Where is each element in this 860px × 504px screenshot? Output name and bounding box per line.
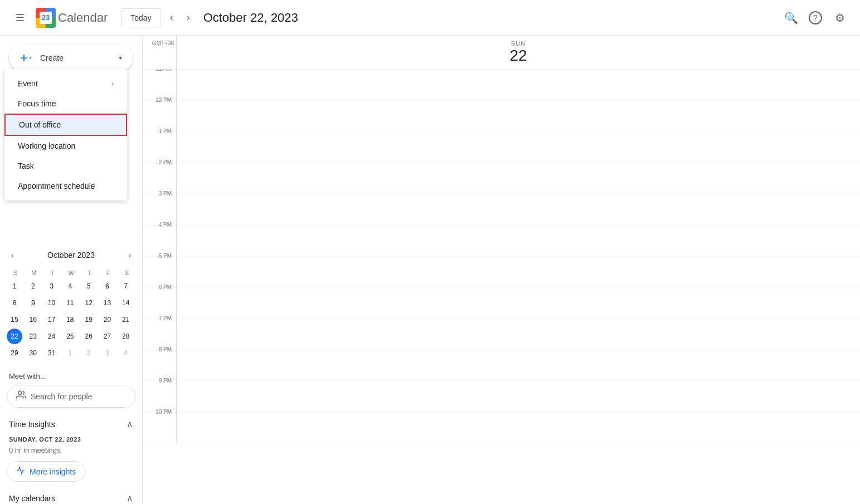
timezone-label: GMT+08 bbox=[143, 36, 176, 69]
cal-day-29[interactable]: 29 bbox=[7, 345, 22, 361]
cal-day-10[interactable]: 10 bbox=[44, 295, 60, 311]
more-insights-button[interactable]: More insights bbox=[7, 461, 85, 482]
menu-item-focus-time[interactable]: Focus time bbox=[4, 94, 127, 114]
next-button[interactable]: › bbox=[182, 7, 195, 28]
time-insights-header[interactable]: Time Insights ∧ bbox=[0, 414, 142, 434]
current-date: October 22, 2023 bbox=[203, 11, 298, 25]
time-label-1pm: 1 PM bbox=[143, 128, 176, 163]
time-cell-6pm[interactable] bbox=[176, 288, 860, 319]
logo-number: 23 bbox=[40, 12, 52, 24]
time-cell-7pm[interactable] bbox=[176, 319, 860, 350]
cal-day-16[interactable]: 16 bbox=[25, 312, 41, 327]
cal-day-22-today[interactable]: 22 bbox=[7, 329, 22, 344]
cal-day-19[interactable]: 19 bbox=[81, 312, 96, 327]
cal-day-7[interactable]: 7 bbox=[118, 278, 134, 294]
time-row-10pm: 10 PM bbox=[143, 413, 860, 444]
time-cell-1pm[interactable] bbox=[176, 132, 860, 163]
cal-day-24[interactable]: 24 bbox=[44, 329, 60, 344]
time-cell-5pm[interactable] bbox=[176, 257, 860, 287]
app-logo[interactable]: 23 Calendar bbox=[36, 8, 108, 28]
cal-day-13[interactable]: 13 bbox=[99, 295, 115, 311]
cal-day-17[interactable]: 17 bbox=[44, 312, 60, 327]
my-calendars-header[interactable]: My calendars ∧ bbox=[0, 488, 142, 504]
hamburger-menu-button[interactable]: ☰ bbox=[9, 7, 31, 29]
day-header-t2: T bbox=[81, 268, 98, 277]
calendar-header-row: GMT+08 SUN 22 bbox=[143, 36, 860, 70]
create-label: Create bbox=[40, 53, 64, 62]
create-button[interactable]: Create ▾ bbox=[9, 45, 133, 71]
cal-day-26[interactable]: 26 bbox=[81, 329, 96, 344]
time-insights-collapse-icon: ∧ bbox=[127, 419, 133, 429]
cal-day-nov-2[interactable]: 2 bbox=[81, 345, 96, 361]
app-header: ☰ 23 Calendar Today ‹ › October 22, 2023… bbox=[0, 0, 860, 36]
menu-item-out-of-office[interactable]: Out of office bbox=[4, 114, 127, 136]
time-label-9pm: 9 PM bbox=[143, 378, 176, 412]
svg-point-2 bbox=[18, 391, 22, 394]
create-plus-icon bbox=[20, 51, 33, 65]
time-label-6pm: 6 PM bbox=[143, 284, 176, 319]
menu-item-task[interactable]: Task bbox=[4, 156, 127, 176]
menu-item-appointment-schedule[interactable]: Appointment schedule bbox=[4, 176, 127, 196]
time-cell-3pm[interactable] bbox=[176, 194, 860, 225]
cal-day-30[interactable]: 30 bbox=[25, 345, 41, 361]
menu-item-event[interactable]: Event › bbox=[4, 74, 127, 94]
today-button[interactable]: Today bbox=[121, 8, 161, 27]
time-cell-4pm[interactable] bbox=[176, 226, 860, 256]
cal-day-nov-3[interactable]: 3 bbox=[99, 345, 115, 361]
cal-day-21[interactable]: 21 bbox=[118, 312, 134, 327]
menu-item-working-location[interactable]: Working location bbox=[4, 136, 127, 156]
cal-day-12[interactable]: 12 bbox=[81, 295, 96, 311]
time-cell-2pm[interactable] bbox=[176, 163, 860, 194]
cal-day-20[interactable]: 20 bbox=[99, 312, 115, 327]
hamburger-icon: ☰ bbox=[16, 12, 25, 24]
cal-day-nov-1[interactable]: 1 bbox=[62, 345, 78, 361]
day-number: 22 bbox=[181, 47, 856, 65]
time-label-11am: 11 AM bbox=[143, 66, 176, 100]
time-insights-date: SUNDAY, OCT 22, 2023 bbox=[0, 434, 142, 445]
mini-cal-prev-button[interactable]: ‹ bbox=[7, 246, 18, 264]
search-button[interactable]: 🔍 bbox=[780, 7, 802, 29]
settings-button[interactable]: ⚙ bbox=[829, 7, 851, 29]
app-title: Calendar bbox=[58, 11, 108, 25]
time-cell-12pm[interactable] bbox=[176, 101, 860, 131]
mini-calendar: ‹ October 2023 › S M T W T F S 1 2 3 4 5… bbox=[0, 242, 142, 365]
focus-time-label: Focus time bbox=[18, 99, 56, 108]
cal-day-25[interactable]: 25 bbox=[62, 329, 78, 344]
time-cell-10pm[interactable] bbox=[176, 413, 860, 443]
cal-day-27[interactable]: 27 bbox=[99, 329, 115, 344]
mini-cal-next-button[interactable]: › bbox=[124, 246, 135, 264]
cal-day-6[interactable]: 6 bbox=[99, 278, 115, 294]
cal-day-18[interactable]: 18 bbox=[62, 312, 78, 327]
time-cell-9pm[interactable] bbox=[176, 381, 860, 412]
sidebar: Create ▾ Event › Focus time Out of offic… bbox=[0, 36, 143, 504]
day-header-f: F bbox=[99, 268, 116, 277]
time-row-6pm: 6 PM bbox=[143, 288, 860, 319]
prev-button[interactable]: ‹ bbox=[166, 7, 178, 28]
cal-day-9[interactable]: 9 bbox=[25, 295, 41, 311]
cal-day-15[interactable]: 15 bbox=[7, 312, 22, 327]
cal-day-8[interactable]: 8 bbox=[7, 295, 22, 311]
create-dropdown-menu: Event › Focus time Out of office Working… bbox=[4, 69, 127, 200]
search-people-button[interactable]: Search for people bbox=[7, 385, 135, 408]
cal-day-31[interactable]: 31 bbox=[44, 345, 60, 361]
cal-day-2[interactable]: 2 bbox=[25, 278, 41, 294]
time-row-9pm: 9 PM bbox=[143, 381, 860, 413]
cal-day-23[interactable]: 23 bbox=[25, 329, 41, 344]
cal-day-4[interactable]: 4 bbox=[62, 278, 78, 294]
cal-day-3[interactable]: 3 bbox=[44, 278, 60, 294]
time-label-5pm: 5 PM bbox=[143, 253, 176, 287]
header-right: 🔍 ? ⚙ bbox=[780, 7, 851, 29]
help-button[interactable]: ? bbox=[804, 7, 827, 29]
mini-cal-headers: S M T W T F S 1 2 3 4 5 6 7 8 9 10 11 12… bbox=[7, 268, 135, 361]
time-cell-8pm[interactable] bbox=[176, 350, 860, 381]
cal-day-28[interactable]: 28 bbox=[118, 329, 134, 344]
day-header-s1: S bbox=[7, 268, 24, 277]
cal-day-nov-4[interactable]: 4 bbox=[118, 345, 134, 361]
search-people-label: Search for people bbox=[31, 392, 93, 401]
cal-day-5[interactable]: 5 bbox=[81, 278, 96, 294]
time-label-10pm: 10 PM bbox=[143, 409, 176, 443]
cal-day-11[interactable]: 11 bbox=[62, 295, 78, 311]
cal-day-14[interactable]: 14 bbox=[118, 295, 134, 311]
cal-day-1[interactable]: 1 bbox=[7, 278, 22, 294]
time-cell-11am[interactable] bbox=[176, 70, 860, 100]
